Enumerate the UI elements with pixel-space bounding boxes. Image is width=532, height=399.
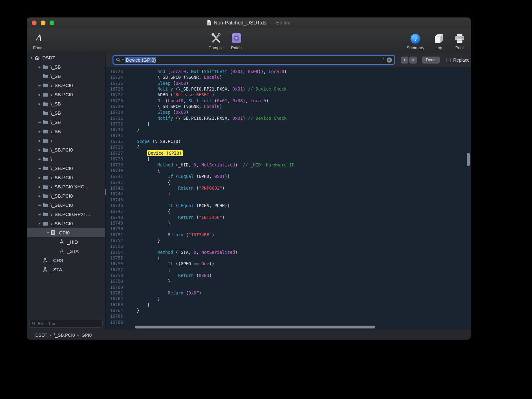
- method-icon: [43, 267, 50, 272]
- compile-button[interactable]: Compile: [208, 30, 224, 50]
- tree-item-sb-pci0[interactable]: ▶\_SB.PCI0: [27, 191, 105, 200]
- line-number: 16728: [106, 98, 126, 104]
- code-line: 16742 {: [106, 179, 471, 185]
- disclosure-right-icon[interactable]: ▶: [37, 194, 43, 198]
- disclosure-down-icon[interactable]: ▼: [45, 231, 51, 234]
- disclosure-right-icon[interactable]: ▶: [37, 158, 43, 161]
- tree-item-[interactable]: ▶\: [27, 136, 105, 145]
- disclosure-right-icon[interactable]: ▶: [37, 167, 43, 170]
- log-button[interactable]: Log: [433, 30, 445, 50]
- tree-item-sb[interactable]: ▶\_SB: [27, 127, 105, 136]
- tree-item-sta[interactable]: _STA: [27, 265, 105, 274]
- code-text: Or (Local0, ShiftLeft (0x01, 0x08), Loca…: [126, 98, 269, 104]
- patch-button[interactable]: Patch: [231, 30, 242, 50]
- tree-item-sb[interactable]: ▶\_SB: [27, 99, 105, 108]
- tree-item-sb-pci0[interactable]: ▶\_SB.PCI0: [27, 200, 105, 210]
- line-number: 16752: [106, 238, 126, 243]
- tree-item-sb-pci0[interactable]: ▶\_SB.PCI0: [27, 81, 105, 90]
- disclosure-right-icon[interactable]: ▶: [37, 139, 43, 142]
- line-number: 16757: [106, 267, 126, 273]
- tree-item-sb-pci0[interactable]: ▶\_SB.PCI0: [27, 164, 105, 173]
- find-next-button[interactable]: >: [409, 57, 417, 64]
- line-number: 16750: [106, 226, 126, 232]
- disclosure-down-icon[interactable]: ▼: [29, 56, 34, 59]
- search-options-chevron-icon[interactable]: ▾: [122, 58, 124, 61]
- code-line: 16750: [106, 226, 471, 232]
- code-line: 16752 }: [106, 238, 471, 243]
- folder-icon: [43, 111, 50, 115]
- tree-item-sb[interactable]: \_SB: [27, 71, 105, 81]
- filter-tree-input[interactable]: Filter Tree: [29, 320, 103, 328]
- tree-item-[interactable]: ▶\: [27, 154, 105, 164]
- tree-item-sb-pci0-xhc[interactable]: ▶\_SB.PCI0.XHC...: [27, 182, 105, 191]
- status-bar: DSDT▸\_SB.PCI0▸GPI0: [27, 330, 471, 340]
- code-text: {: [126, 208, 170, 214]
- disclosure-right-icon[interactable]: ▶: [37, 185, 43, 188]
- fonts-button[interactable]: A Fonts: [33, 30, 44, 50]
- tree-item-label: \_SB: [51, 73, 61, 79]
- tree-item-gpi0[interactable]: ▼GPI0: [27, 228, 105, 237]
- code-line: 16764 }: [106, 308, 471, 313]
- tree-item-label: \_SB: [51, 110, 61, 116]
- disclosure-right-icon[interactable]: ▶: [37, 121, 43, 124]
- code-editor[interactable]: 16723 And (Local0, Not (ShiftLeft (0x01,…: [106, 68, 471, 330]
- disclosure-right-icon[interactable]: ▶: [37, 148, 43, 152]
- code-text: }: [126, 191, 170, 197]
- summary-button[interactable]: i Summary: [406, 30, 424, 50]
- tree-item-sb-pci0[interactable]: ▼\_SB.PCI0: [27, 219, 105, 228]
- tree-item-sb-pci0-rp21[interactable]: ▶\_SB.PCI0.RP21...: [27, 210, 105, 219]
- find-search-field[interactable]: ▾ Device (GPI0) 2 ✕: [113, 55, 395, 65]
- line-number: 16725: [106, 80, 126, 86]
- disclosure-down-icon[interactable]: ▼: [37, 222, 43, 225]
- line-number: 16759: [106, 278, 126, 284]
- horizontal-scrollbar[interactable]: [135, 326, 375, 328]
- disclosure-right-icon[interactable]: ▶: [37, 204, 43, 207]
- find-previous-button[interactable]: <: [401, 57, 408, 64]
- vertical-scrollbar[interactable]: [467, 153, 470, 166]
- clear-search-icon[interactable]: ✕: [387, 57, 392, 63]
- line-number: 16756: [106, 261, 126, 267]
- code-line: 16738 {: [106, 156, 471, 162]
- done-button[interactable]: Done: [422, 57, 440, 64]
- code-line: 16741 If (LEqual (GPHD, 0x01)): [106, 173, 471, 179]
- fonts-icon: A: [35, 32, 42, 44]
- tree-item-hid[interactable]: _HID: [27, 237, 105, 247]
- tree-item-sb[interactable]: ▶\_SB: [27, 62, 105, 71]
- line-number: 16738: [106, 156, 126, 162]
- minimize-window-button[interactable]: [41, 21, 45, 25]
- code-line: 16737 Device (GPI0): [106, 150, 471, 156]
- breadcrumb-item[interactable]: DSDT: [35, 333, 47, 338]
- tree-item-crs[interactable]: _CRS: [27, 256, 105, 265]
- disclosure-right-icon[interactable]: ▶: [37, 102, 43, 105]
- code-text: If (LEqual (GPHD, 0x01)): [126, 173, 230, 179]
- print-button[interactable]: Print: [454, 30, 466, 50]
- line-number: 16755: [106, 255, 126, 261]
- compile-tools-icon: [209, 32, 223, 44]
- code-line: 16746 If (LEqual (PCHS, PCHH)): [106, 203, 471, 208]
- tree-item-sb[interactable]: ▶\_SB: [27, 118, 105, 127]
- tree-item-sb[interactable]: \_SB: [27, 108, 105, 118]
- zoom-window-button[interactable]: [50, 21, 54, 25]
- line-number: 16731: [106, 115, 126, 121]
- close-window-button[interactable]: [32, 21, 37, 25]
- disclosure-right-icon[interactable]: ▶: [37, 93, 43, 96]
- code-line: 16760: [106, 284, 471, 290]
- code-line: 16726 Notify (\_SB.PCI0.RP21.PXSX, 0x01)…: [106, 86, 471, 92]
- disclosure-right-icon[interactable]: ▶: [37, 65, 43, 69]
- window-edited-indicator: — Edited: [270, 20, 291, 26]
- replace-checkbox[interactable]: [446, 58, 451, 62]
- folder-icon: [43, 129, 50, 134]
- disclosure-right-icon[interactable]: ▶: [37, 130, 43, 133]
- tree-item-sb-pci0[interactable]: ▶\_SB.PCI0: [27, 173, 105, 182]
- line-number: 16732: [106, 121, 126, 127]
- tree-item-sb-pci0[interactable]: ▶\_SB.PCI0: [27, 90, 105, 99]
- tree-item-sb-pci0[interactable]: ▶\_SB.PCI0: [27, 145, 105, 154]
- breadcrumb-item[interactable]: \_SB.PCI0: [54, 333, 75, 338]
- breadcrumb-item[interactable]: GPI0: [82, 333, 92, 338]
- disclosure-right-icon[interactable]: ▶: [37, 213, 43, 216]
- tree-item-dsdt[interactable]: ▼DSDT: [27, 53, 105, 62]
- tree-item-sta[interactable]: _STA: [27, 247, 105, 256]
- line-number: 16764: [106, 308, 126, 313]
- disclosure-right-icon[interactable]: ▶: [37, 84, 43, 87]
- disclosure-right-icon[interactable]: ▶: [37, 176, 43, 179]
